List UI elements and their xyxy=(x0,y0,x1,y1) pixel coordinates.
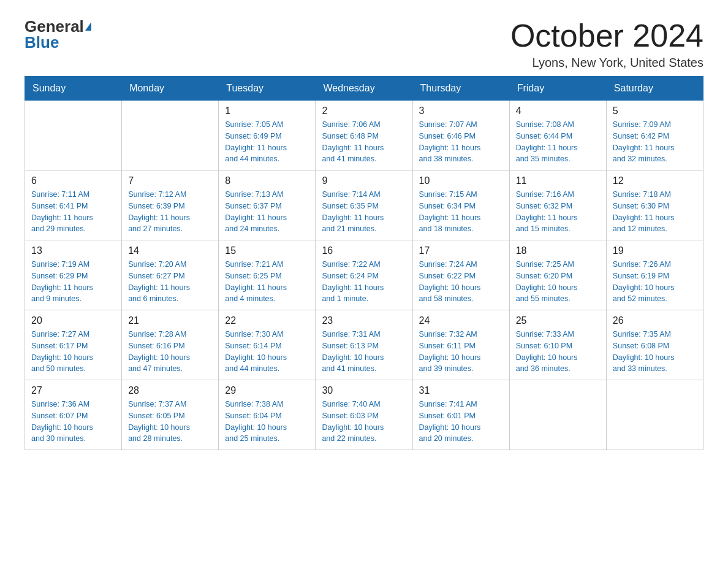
day-info: Sunrise: 7:22 AMSunset: 6:24 PMDaylight:… xyxy=(322,259,406,305)
title-section: October 2024 Lyons, New York, United Sta… xyxy=(510,18,703,70)
day-info: Sunrise: 7:05 AMSunset: 6:49 PMDaylight:… xyxy=(225,119,309,165)
day-number: 27 xyxy=(31,385,115,396)
calendar-cell: 21Sunrise: 7:28 AMSunset: 6:16 PMDayligh… xyxy=(122,310,219,380)
day-info: Sunrise: 7:41 AMSunset: 6:01 PMDaylight:… xyxy=(419,399,503,445)
calendar-table: SundayMondayTuesdayWednesdayThursdayFrid… xyxy=(25,76,703,450)
day-info: Sunrise: 7:12 AMSunset: 6:39 PMDaylight:… xyxy=(128,189,212,235)
calendar-cell xyxy=(606,380,703,450)
day-number: 19 xyxy=(613,245,697,256)
day-number: 25 xyxy=(516,315,600,326)
day-number: 22 xyxy=(225,315,309,326)
day-number: 23 xyxy=(322,315,406,326)
calendar-cell: 5Sunrise: 7:09 AMSunset: 6:42 PMDaylight… xyxy=(606,101,703,170)
day-number: 16 xyxy=(322,245,406,256)
calendar-cell: 24Sunrise: 7:32 AMSunset: 6:11 PMDayligh… xyxy=(412,310,509,380)
day-number: 3 xyxy=(419,105,503,117)
day-info: Sunrise: 7:28 AMSunset: 6:16 PMDaylight:… xyxy=(128,329,212,375)
day-info: Sunrise: 7:15 AMSunset: 6:34 PMDaylight:… xyxy=(419,189,503,235)
calendar-cell: 2Sunrise: 7:06 AMSunset: 6:48 PMDaylight… xyxy=(316,101,412,170)
day-number: 18 xyxy=(516,245,600,256)
day-info: Sunrise: 7:11 AMSunset: 6:41 PMDaylight:… xyxy=(31,189,115,235)
day-info: Sunrise: 7:26 AMSunset: 6:19 PMDaylight:… xyxy=(613,259,697,305)
day-info: Sunrise: 7:08 AMSunset: 6:44 PMDaylight:… xyxy=(516,119,600,165)
calendar-cell: 18Sunrise: 7:25 AMSunset: 6:20 PMDayligh… xyxy=(509,240,606,310)
day-info: Sunrise: 7:35 AMSunset: 6:08 PMDaylight:… xyxy=(613,329,697,375)
day-number: 12 xyxy=(613,175,697,186)
calendar-cell: 23Sunrise: 7:31 AMSunset: 6:13 PMDayligh… xyxy=(316,310,412,380)
day-number: 21 xyxy=(128,315,212,326)
calendar-cell: 31Sunrise: 7:41 AMSunset: 6:01 PMDayligh… xyxy=(412,380,509,450)
day-number: 6 xyxy=(31,175,115,186)
calendar-cell xyxy=(122,101,219,170)
week-row-3: 13Sunrise: 7:19 AMSunset: 6:29 PMDayligh… xyxy=(25,240,703,310)
day-number: 15 xyxy=(225,245,309,256)
day-number: 28 xyxy=(128,385,212,396)
logo: General Blue xyxy=(25,18,91,50)
header-friday: Friday xyxy=(509,77,606,101)
day-info: Sunrise: 7:18 AMSunset: 6:30 PMDaylight:… xyxy=(613,189,697,235)
calendar-cell: 20Sunrise: 7:27 AMSunset: 6:17 PMDayligh… xyxy=(25,310,122,380)
logo-general-text: General xyxy=(25,18,84,34)
calendar-cell: 17Sunrise: 7:24 AMSunset: 6:22 PMDayligh… xyxy=(412,240,509,310)
calendar-cell: 28Sunrise: 7:37 AMSunset: 6:05 PMDayligh… xyxy=(122,380,219,450)
day-number: 10 xyxy=(419,175,503,186)
calendar-cell: 9Sunrise: 7:14 AMSunset: 6:35 PMDaylight… xyxy=(316,170,412,240)
calendar-cell: 14Sunrise: 7:20 AMSunset: 6:27 PMDayligh… xyxy=(122,240,219,310)
day-info: Sunrise: 7:24 AMSunset: 6:22 PMDaylight:… xyxy=(419,259,503,305)
day-number: 13 xyxy=(31,245,115,256)
day-number: 29 xyxy=(225,385,309,396)
calendar-cell xyxy=(25,101,122,170)
day-number: 31 xyxy=(419,385,503,396)
day-info: Sunrise: 7:30 AMSunset: 6:14 PMDaylight:… xyxy=(225,329,309,375)
calendar-cell: 30Sunrise: 7:40 AMSunset: 6:03 PMDayligh… xyxy=(316,380,412,450)
day-number: 26 xyxy=(613,315,697,326)
calendar-cell: 25Sunrise: 7:33 AMSunset: 6:10 PMDayligh… xyxy=(509,310,606,380)
day-info: Sunrise: 7:32 AMSunset: 6:11 PMDaylight:… xyxy=(419,329,503,375)
week-row-4: 20Sunrise: 7:27 AMSunset: 6:17 PMDayligh… xyxy=(25,310,703,380)
day-number: 1 xyxy=(225,105,309,117)
day-info: Sunrise: 7:14 AMSunset: 6:35 PMDaylight:… xyxy=(322,189,406,235)
day-number: 11 xyxy=(516,175,600,186)
calendar-cell: 12Sunrise: 7:18 AMSunset: 6:30 PMDayligh… xyxy=(606,170,703,240)
week-row-5: 27Sunrise: 7:36 AMSunset: 6:07 PMDayligh… xyxy=(25,380,703,450)
day-info: Sunrise: 7:40 AMSunset: 6:03 PMDaylight:… xyxy=(322,399,406,445)
day-info: Sunrise: 7:33 AMSunset: 6:10 PMDaylight:… xyxy=(516,329,600,375)
week-row-1: 1Sunrise: 7:05 AMSunset: 6:49 PMDaylight… xyxy=(25,101,703,170)
calendar-cell: 13Sunrise: 7:19 AMSunset: 6:29 PMDayligh… xyxy=(25,240,122,310)
header-thursday: Thursday xyxy=(412,77,509,101)
calendar-cell: 1Sunrise: 7:05 AMSunset: 6:49 PMDaylight… xyxy=(219,101,316,170)
day-number: 8 xyxy=(225,175,309,186)
day-info: Sunrise: 7:20 AMSunset: 6:27 PMDaylight:… xyxy=(128,259,212,305)
calendar-cell: 26Sunrise: 7:35 AMSunset: 6:08 PMDayligh… xyxy=(606,310,703,380)
calendar-cell: 15Sunrise: 7:21 AMSunset: 6:25 PMDayligh… xyxy=(219,240,316,310)
page-header: General Blue October 2024 Lyons, New Yor… xyxy=(25,18,703,70)
day-info: Sunrise: 7:37 AMSunset: 6:05 PMDaylight:… xyxy=(128,399,212,445)
day-info: Sunrise: 7:25 AMSunset: 6:20 PMDaylight:… xyxy=(516,259,600,305)
week-row-2: 6Sunrise: 7:11 AMSunset: 6:41 PMDaylight… xyxy=(25,170,703,240)
calendar-body: 1Sunrise: 7:05 AMSunset: 6:49 PMDaylight… xyxy=(25,101,703,450)
calendar-cell: 11Sunrise: 7:16 AMSunset: 6:32 PMDayligh… xyxy=(509,170,606,240)
day-number: 9 xyxy=(322,175,406,186)
calendar-cell: 10Sunrise: 7:15 AMSunset: 6:34 PMDayligh… xyxy=(412,170,509,240)
day-info: Sunrise: 7:19 AMSunset: 6:29 PMDaylight:… xyxy=(31,259,115,305)
calendar-cell: 27Sunrise: 7:36 AMSunset: 6:07 PMDayligh… xyxy=(25,380,122,450)
day-number: 2 xyxy=(322,105,406,117)
logo-triangle-icon xyxy=(85,22,91,31)
day-number: 24 xyxy=(419,315,503,326)
header-monday: Monday xyxy=(122,77,219,101)
day-number: 20 xyxy=(31,315,115,326)
header-sunday: Sunday xyxy=(25,77,122,101)
calendar-cell: 3Sunrise: 7:07 AMSunset: 6:46 PMDaylight… xyxy=(412,101,509,170)
header-saturday: Saturday xyxy=(606,77,703,101)
day-info: Sunrise: 7:36 AMSunset: 6:07 PMDaylight:… xyxy=(31,399,115,445)
calendar-cell xyxy=(509,380,606,450)
location-text: Lyons, New York, United States xyxy=(510,56,703,70)
day-number: 14 xyxy=(128,245,212,256)
day-info: Sunrise: 7:13 AMSunset: 6:37 PMDaylight:… xyxy=(225,189,309,235)
calendar-cell: 4Sunrise: 7:08 AMSunset: 6:44 PMDaylight… xyxy=(509,101,606,170)
day-info: Sunrise: 7:38 AMSunset: 6:04 PMDaylight:… xyxy=(225,399,309,445)
calendar-header: SundayMondayTuesdayWednesdayThursdayFrid… xyxy=(25,77,703,101)
calendar-cell: 7Sunrise: 7:12 AMSunset: 6:39 PMDaylight… xyxy=(122,170,219,240)
day-info: Sunrise: 7:31 AMSunset: 6:13 PMDaylight:… xyxy=(322,329,406,375)
day-info: Sunrise: 7:27 AMSunset: 6:17 PMDaylight:… xyxy=(31,329,115,375)
